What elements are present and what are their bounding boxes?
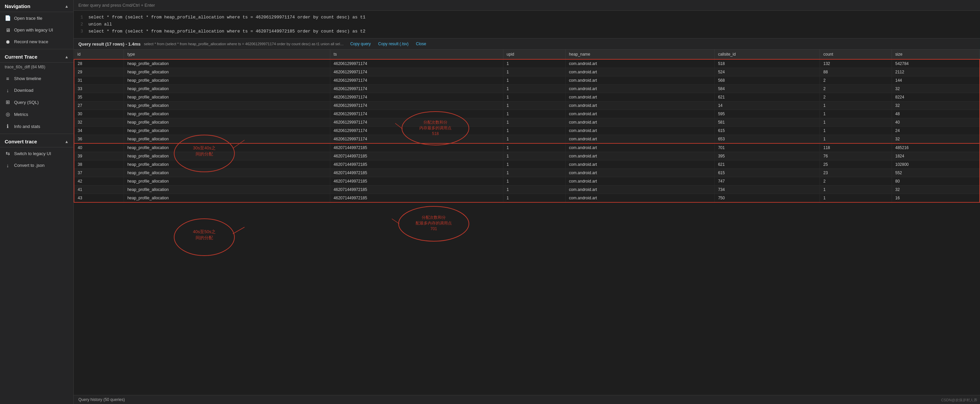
watermark: CSDN@农保岁村人养 <box>941 398 977 402</box>
cell-size: 80 <box>892 177 980 186</box>
cell-type: heap_profile_allocation <box>124 118 330 127</box>
table-row: 38heap_profile_allocation462071449972185… <box>74 161 980 169</box>
cell-id: 31 <box>74 76 124 85</box>
cell-count: 1 <box>820 194 892 203</box>
close-button[interactable]: Close <box>414 41 428 47</box>
sidebar-item-metrics[interactable]: ◎ Metrics <box>0 108 73 120</box>
query-history-bar[interactable]: Query history (50 queries) <box>74 395 980 404</box>
cell-heap_name: com.android.art <box>565 102 714 110</box>
col-header-count: count <box>820 49 892 59</box>
sidebar-item-show-timeline[interactable]: ≡ Show timeline <box>0 73 73 84</box>
sidebar-item-switch-legacy[interactable]: ⇆ Switch to legacy UI <box>0 147 73 159</box>
cell-callsite_id: 615 <box>714 169 819 177</box>
cell-id: 39 <box>74 152 124 161</box>
cell-size: 32 <box>892 186 980 194</box>
query-line: 1select * from (select * from heap_profi… <box>78 14 975 21</box>
col-header-heap_name: heap_name <box>565 49 714 59</box>
cell-callsite_id: 568 <box>714 76 819 85</box>
sql-icon: ⊞ <box>5 99 11 105</box>
navigation-label: Navigation <box>5 3 30 9</box>
col-header-callsite_id: callsite_id <box>714 49 819 59</box>
cell-callsite_id: 615 <box>714 127 819 135</box>
cell-upid: 1 <box>503 135 565 144</box>
cell-upid: 1 <box>503 177 565 186</box>
sidebar-item-label: Metrics <box>14 112 28 117</box>
cell-type: heap_profile_allocation <box>124 135 330 144</box>
table-row: 28heap_profile_allocation462061299971174… <box>74 59 980 68</box>
cell-upid: 1 <box>503 93 565 102</box>
line-text: select * from (select * from heap_profil… <box>88 14 365 21</box>
col-header-upid: upid <box>503 49 565 59</box>
sidebar-item-info-stats[interactable]: ℹ Info and stats <box>0 120 73 132</box>
cell-upid: 1 <box>503 161 565 169</box>
table-body: 28heap_profile_allocation462061299971174… <box>74 59 980 202</box>
svg-point-9 <box>174 219 234 256</box>
sidebar-item-open-legacy-ui[interactable]: 🖥 Open with legacy UI <box>0 24 73 36</box>
copy-result-button[interactable]: Copy result (.tsv) <box>376 41 410 47</box>
cell-ts: 462061299971174 <box>330 127 503 135</box>
annotation-bubble-callsite-701: 分配次数和分 配最多内存的调用点 701 <box>392 206 469 241</box>
query-line: 2union all <box>78 21 975 28</box>
cell-count: 76 <box>820 152 892 161</box>
switch-icon: ⇆ <box>5 150 11 156</box>
sidebar-item-record-trace[interactable]: ⏺ Record new trace <box>0 36 73 48</box>
cell-id: 36 <box>74 135 124 144</box>
cell-count: 1 <box>820 127 892 135</box>
convert-trace-section-header: Convert trace ▲ <box>0 135 73 147</box>
cell-size: 485216 <box>892 143 980 152</box>
current-trace-chevron[interactable]: ▲ <box>65 55 68 59</box>
query-line: 3select * from (select * from heap_profi… <box>78 28 975 35</box>
cell-size: 1824 <box>892 152 980 161</box>
query-area: Enter query and press Cmd/Ctrl + Enter 1… <box>74 0 980 38</box>
svg-text:间的分配: 间的分配 <box>196 235 213 240</box>
sidebar-item-open-trace-file[interactable]: 📄 Open trace file <box>0 12 73 24</box>
cell-type: heap_profile_allocation <box>124 152 330 161</box>
current-trace-section-header: Current Trace ▲ <box>0 51 73 63</box>
cell-callsite_id: 747 <box>714 177 819 186</box>
cell-size: 552 <box>892 169 980 177</box>
line-text: union all <box>88 21 112 28</box>
copy-query-button[interactable]: Copy query <box>348 41 373 47</box>
cell-ts: 462071449972185 <box>330 169 503 177</box>
table-row: 42heap_profile_allocation462071449972185… <box>74 177 980 186</box>
table-row: 40heap_profile_allocation462071449972185… <box>74 143 980 152</box>
current-trace-label: Current Trace <box>5 54 38 60</box>
cell-count: 1 <box>820 186 892 194</box>
cell-id: 28 <box>74 59 124 68</box>
result-bar: Query result (17 rows) - 1.4ms select * … <box>74 38 980 49</box>
cell-type: heap_profile_allocation <box>124 59 330 68</box>
cell-id: 42 <box>74 177 124 186</box>
cell-callsite_id: 621 <box>714 93 819 102</box>
cell-count: 1 <box>820 118 892 127</box>
cell-count: 1 <box>820 102 892 110</box>
cell-count: 118 <box>820 143 892 152</box>
cell-size: 32 <box>892 135 980 144</box>
navigation-chevron[interactable]: ▲ <box>65 4 68 9</box>
cell-heap_name: com.android.art <box>565 177 714 186</box>
sidebar-item-download[interactable]: ↓ Download <box>0 84 73 96</box>
cell-ts: 462061299971174 <box>330 68 503 76</box>
cell-id: 41 <box>74 186 124 194</box>
cell-heap_name: com.android.art <box>565 143 714 152</box>
cell-size: 40 <box>892 118 980 127</box>
metrics-icon: ◎ <box>5 111 11 117</box>
cell-upid: 1 <box>503 85 565 93</box>
query-editor[interactable]: 1select * from (select * from heap_profi… <box>74 11 980 38</box>
navigation-section-header: Navigation ▲ <box>0 0 73 12</box>
cell-id: 27 <box>74 102 124 110</box>
cell-heap_name: com.android.art <box>565 152 714 161</box>
annotation-bubble-2: 40s至50s之 间的分配 <box>174 219 245 256</box>
cell-ts: 462061299971174 <box>330 102 503 110</box>
sidebar-item-convert-json[interactable]: ↓ Convert to .json <box>0 159 73 171</box>
cell-heap_name: com.android.art <box>565 194 714 203</box>
main-content: Enter query and press Cmd/Ctrl + Enter 1… <box>74 0 980 404</box>
sidebar-item-label: Open with legacy UI <box>14 27 53 32</box>
cell-ts: 462061299971174 <box>330 59 503 68</box>
cell-ts: 462071449972185 <box>330 177 503 186</box>
convert-trace-chevron[interactable]: ▲ <box>65 139 68 144</box>
cell-size: 2112 <box>892 68 980 76</box>
sidebar-item-query-sql[interactable]: ⊞ Query (SQL) <box>0 96 73 108</box>
cell-type: heap_profile_allocation <box>124 102 330 110</box>
cell-heap_name: com.android.art <box>565 135 714 144</box>
table-row: 29heap_profile_allocation462061299971174… <box>74 68 980 76</box>
